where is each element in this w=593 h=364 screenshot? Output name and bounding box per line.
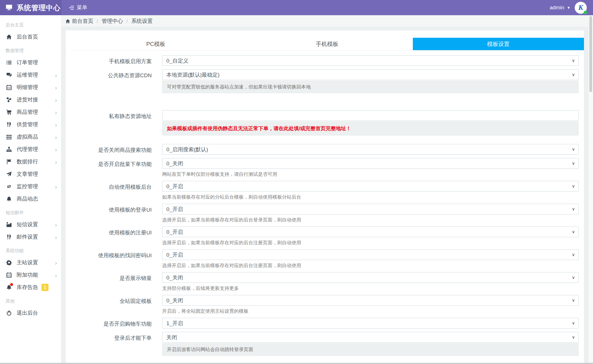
send-icon <box>6 171 12 177</box>
sidebar-item[interactable]: 商品动态 <box>0 193 61 205</box>
sidebar-section-label: 短信邮件 <box>0 205 61 218</box>
sidebar-item[interactable]: 文章管理 <box>0 168 61 180</box>
field-select[interactable]: 关闭 <box>162 332 579 343</box>
field-select[interactable]: 本地资源(默认|最稳定) <box>162 69 579 80</box>
sidebar-item[interactable]: 退出后台 <box>0 307 61 319</box>
form-group: 公共静态资源CDN本地资源(默认|最稳定)∨可对带宽配置较低的服务器站点加速，但… <box>66 69 584 93</box>
field-help: 开启后，将全站固定使用主站设置的模板 <box>162 308 579 314</box>
sidebar-item[interactable]: 商品管理› <box>0 106 61 118</box>
form-group: 自动使用模板后台0_开启∨如果当前模板存在对应的分站后台模板，则自动使用模板分站… <box>66 181 584 200</box>
home-icon <box>6 34 12 40</box>
sidebar-item[interactable]: 明细管理› <box>0 81 61 94</box>
sidebar-item[interactable]: 监控管理› <box>0 180 61 193</box>
form-group: 是否开启批量下单功能0_关闭∨网站首页下单时仅部分模板支持，请自行测试是否可用 <box>66 158 584 177</box>
user-name: admin <box>550 5 564 11</box>
user-menu[interactable]: admin ▼ <box>550 5 570 11</box>
gear-icon <box>6 260 12 265</box>
form-group: 手机模板启用方案0_自定义∨ <box>66 55 584 66</box>
field-select[interactable]: 0_启用搜索(默认) <box>162 144 579 155</box>
field-label: 使用模板的注册UI <box>66 227 152 246</box>
sitemap-icon <box>6 147 12 152</box>
notification-dot <box>10 283 13 286</box>
chevron-right-icon: › <box>55 109 57 115</box>
field-label: 全站固定模板 <box>66 295 152 314</box>
power-icon <box>6 310 12 316</box>
field-select[interactable]: 0_关闭 <box>162 272 579 283</box>
field-help: 支持部分模板，后续将更新支持更多 <box>162 285 579 292</box>
sidebar-item[interactable]: 订单管理 <box>0 56 61 69</box>
field-input[interactable] <box>162 110 579 121</box>
tab[interactable]: PC模板 <box>70 38 241 50</box>
sidebar-item[interactable]: 附加功能› <box>0 269 61 281</box>
sidebar-item-label: 供货管理 <box>17 121 38 128</box>
tab[interactable]: 手机模板 <box>241 38 413 50</box>
breadcrumb-item[interactable]: 系统设置 <box>131 17 153 25</box>
sidebar-section-label: 后台主页 <box>0 17 61 31</box>
field-select[interactable]: 0_自定义 <box>162 55 579 66</box>
vertical-scrollbar[interactable] <box>588 15 593 364</box>
breadcrumb-separator: / <box>93 18 102 24</box>
sidebar: 后台主页后台首页数据管理订单管理运维管理›明细管理›进货对接›商品管理›供货管理… <box>0 15 61 364</box>
chevron-right-icon: › <box>55 134 57 140</box>
field-control: 关闭∨开启后游客访问网站会自动跳转登录页面 <box>162 332 579 356</box>
bell-icon <box>6 196 12 202</box>
field-select[interactable]: 0_关闭 <box>162 295 579 306</box>
sidebar-item-label: 附加功能 <box>17 271 38 279</box>
breadcrumb-separator: / <box>123 18 131 24</box>
sidebar-item-label: 商品动态 <box>17 195 38 203</box>
field-label: 使用模板的找回密码UI <box>66 249 152 269</box>
online-status-dot <box>584 11 587 14</box>
sidebar-item[interactable]: 后台首页 <box>0 31 61 43</box>
app-header: 系统管理中心 菜单 admin ▼ K <box>0 0 593 15</box>
sidebar-section-label: 其他 <box>0 294 61 307</box>
field-control: 本地资源(默认|最稳定)∨可对带宽配置较低的服务器站点加速，但如果出现卡顿请切换… <box>162 69 579 93</box>
sidebar-item[interactable]: 进货对接› <box>0 94 61 106</box>
calendar-icon <box>6 272 12 278</box>
sidebar-item[interactable]: 邮件设置› <box>0 231 61 243</box>
field-select[interactable]: 0_开启 <box>162 204 579 214</box>
field-select[interactable]: 1_开启 <box>162 318 579 329</box>
field-select[interactable]: 0_开启 <box>162 181 579 192</box>
field-control: 0_关闭∨支持部分模板，后续将更新支持更多 <box>162 272 579 292</box>
chevron-right-icon: › <box>55 184 57 190</box>
form-group: 使用模板的找回密码UI0_开启∨选择开启后，如果当前模板存在对应的后台注册页面，… <box>66 249 584 269</box>
home-icon <box>65 19 70 24</box>
sidebar-item-label: 退出后台 <box>17 309 38 317</box>
scrollbar-thumb[interactable] <box>589 16 592 92</box>
sidebar-item-label: 后台首页 <box>17 33 38 41</box>
sidebar-item-label: 监控管理 <box>17 183 38 190</box>
menu-toggle[interactable]: 菜单 <box>61 0 95 15</box>
field-select[interactable]: 0_开启 <box>162 227 579 237</box>
breadcrumb-item[interactable]: 管理中心 <box>102 17 123 25</box>
industry-icon <box>6 222 12 227</box>
field-help: 选择开启后，如果当前模板存在对应的后台注册页面，则自动使用 <box>162 239 579 246</box>
sidebar-item-label: 商品管理 <box>17 108 38 116</box>
brand[interactable]: 系统管理中心 <box>0 0 61 15</box>
avatar[interactable]: K <box>575 2 587 14</box>
tab-bar: PC模板手机模板模板设置 <box>70 38 584 50</box>
tab[interactable]: 模板设置 <box>413 38 584 50</box>
field-help: 如果模板或插件有使用伪静态且无法正常下单，请在此处填/或完整首页完整地址！ <box>162 121 579 136</box>
sidebar-item[interactable]: 数据排行› <box>0 156 61 168</box>
grid-icon <box>6 134 12 140</box>
sidebar-item[interactable]: 虚拟商品› <box>0 131 61 143</box>
sidebar-item-label: 短信设置 <box>17 221 38 228</box>
comments-icon <box>6 72 12 78</box>
field-help: 可对带宽配置较低的服务器站点加速，但如果出现卡顿请切换回本地 <box>162 81 579 93</box>
field-help: 如果当前模板存在对应的分站后台模板，则自动使用模板分站后台 <box>162 194 579 200</box>
sidebar-item[interactable]: 主站设置› <box>0 256 61 269</box>
field-label: 是否开启批量下单功能 <box>66 158 152 177</box>
sidebar-item[interactable]: 短信设置› <box>0 218 61 231</box>
sidebar-item[interactable]: 代理管理› <box>0 143 61 156</box>
sidebar-item[interactable]: 运维管理› <box>0 69 61 81</box>
chevron-right-icon: › <box>55 85 57 90</box>
sidebar-item[interactable]: 供货管理› <box>0 118 61 131</box>
field-select[interactable]: 0_开启 <box>162 249 579 260</box>
list-icon <box>6 60 12 65</box>
horizontal-scrollbar[interactable] <box>0 363 593 364</box>
field-label: 私有静态资源地址 <box>66 110 152 136</box>
breadcrumb-item[interactable]: 前台首页 <box>65 17 93 25</box>
sidebar-item[interactable]: 库存告急1 <box>0 281 61 294</box>
field-select[interactable]: 0_关闭 <box>162 158 579 169</box>
field-control: 0_开启∨选择开启后，如果当前模板存在对应的后台注册页面，则自动使用 <box>162 249 579 269</box>
